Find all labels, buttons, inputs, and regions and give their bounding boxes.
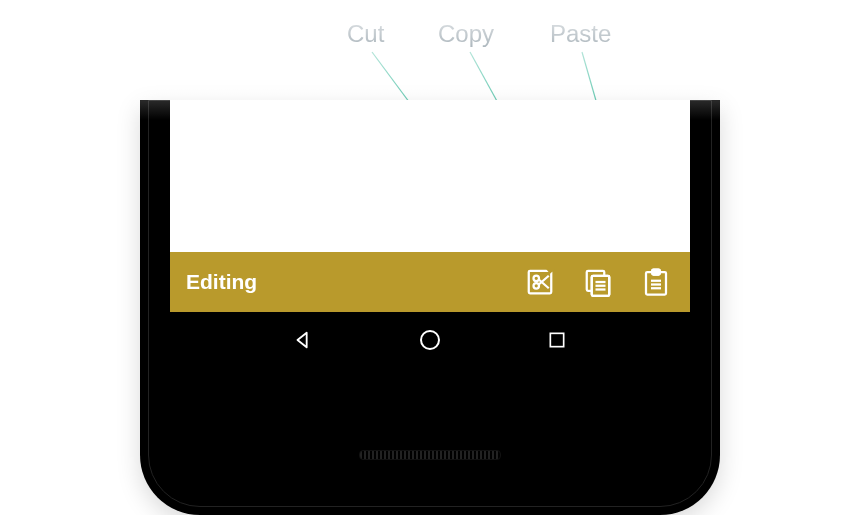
callout-layer: Cut Copy Paste xyxy=(0,20,860,60)
phone-screen: Editing xyxy=(170,100,690,367)
phone-frame: Editing xyxy=(140,100,720,515)
svg-point-21 xyxy=(421,331,439,349)
callout-copy: Copy xyxy=(438,20,494,48)
cut-icon[interactable] xyxy=(522,264,558,300)
toolbar-title: Editing xyxy=(186,270,500,294)
svg-line-4 xyxy=(548,267,556,271)
callout-cut: Cut xyxy=(347,20,384,48)
overview-button[interactable] xyxy=(543,326,571,354)
svg-rect-22 xyxy=(550,333,563,346)
system-navbar xyxy=(170,312,690,367)
editing-toolbar: Editing xyxy=(170,252,690,312)
callout-paste: Paste xyxy=(550,20,611,48)
paste-icon[interactable] xyxy=(638,264,674,300)
home-button[interactable] xyxy=(416,326,444,354)
back-button[interactable] xyxy=(289,326,317,354)
copy-icon[interactable] xyxy=(580,264,616,300)
phone-speaker xyxy=(359,450,501,460)
